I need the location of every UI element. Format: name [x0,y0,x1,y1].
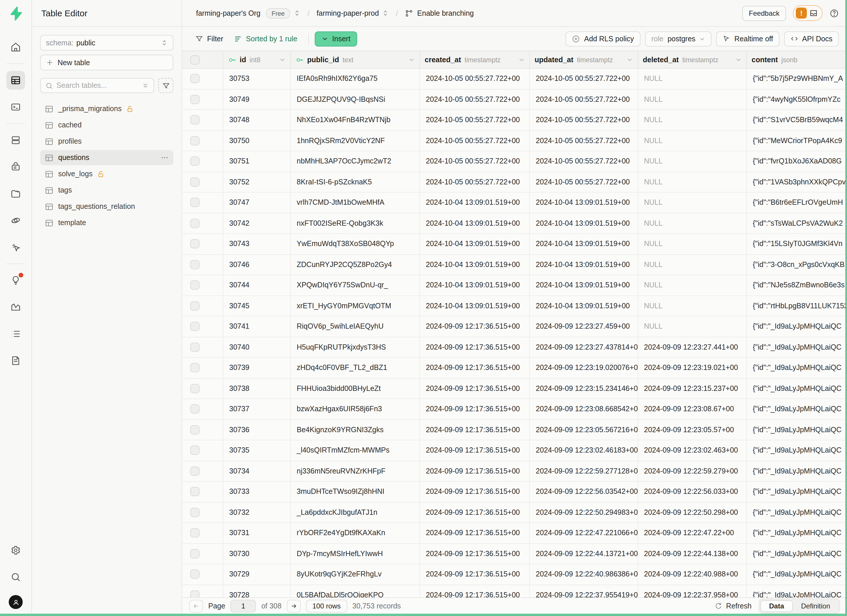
cell-updated-at[interactable]: 2024-09-09 12:23:05.567216+00 [530,420,638,440]
row-checkbox[interactable] [190,570,199,579]
new-table-button[interactable]: New table [40,55,173,71]
cell-content[interactable]: {"id":"_Id9aLyJpMHQLaiQC [747,544,847,564]
row-checkbox[interactable] [190,157,199,166]
supabase-logo-icon[interactable] [8,6,23,21]
cell-public-id[interactable]: xrETI_HyGY0mPMGVqtOTM [291,296,420,317]
nav-sql-editor-icon[interactable] [6,98,25,116]
cell-id[interactable]: 30728 [223,585,291,597]
row-checkbox[interactable] [190,467,199,476]
cell-deleted-at[interactable]: 2024-09-09 12:23:08.67+00 [638,399,747,420]
cell-content[interactable]: {"id":"B6tr6eEFLrOVgeUmH [747,193,847,213]
row-checkbox[interactable] [190,239,199,249]
cell-deleted-at[interactable]: NULL [638,151,747,172]
cell-updated-at[interactable]: 2024-09-09 12:23:08.668542+00 [530,399,638,420]
cell-id[interactable]: 30732 [223,502,291,523]
row-checkbox[interactable] [190,136,199,146]
cell-content[interactable]: {"id":"S1vrVC5BrB59wqcM4 [747,110,847,131]
cell-created-at[interactable]: 2024-09-09 12:17:36.515+00 [420,399,530,420]
cell-created-at[interactable]: 2024-10-05 00:55:27.722+00 [420,131,530,151]
api-docs-button[interactable]: API Docs [784,31,839,46]
page-number-input[interactable]: 1 [230,600,256,612]
cell-created-at[interactable]: 2024-10-04 13:09:01.519+00 [420,234,530,255]
cell-content[interactable]: {"id":"_Id9aLyJpMHQLaiQC [747,399,847,420]
cell-updated-at[interactable]: 2024-09-09 12:22:47.221066+00 [530,523,638,544]
cell-deleted-at[interactable]: NULL [638,69,747,89]
column-header-deleted_at[interactable]: deleted_attimestamptz [638,51,747,68]
cell-id[interactable]: 30745 [223,296,291,317]
row-checkbox[interactable] [190,95,199,104]
cell-public-id[interactable]: H5uqFKpRUTPkjxdysT3HS [291,337,420,358]
cell-created-at[interactable]: 2024-09-09 12:17:36.515+00 [420,440,530,461]
row-checkbox[interactable] [190,322,199,331]
row-checkbox[interactable] [190,425,199,435]
cell-content[interactable]: {"id":"MeWCriorTPopA4Kc9 [747,131,847,151]
cell-content[interactable]: {"id":"_Id9aLyJpMHQLaiQC [747,564,847,585]
cell-public-id[interactable]: DGEJfJZPQUV9Q-IBqsNSi [291,89,420,110]
cell-created-at[interactable]: 2024-09-09 12:17:36.515+00 [420,317,530,337]
cell-deleted-at[interactable]: 2024-09-09 12:22:44.138+00 [638,544,747,564]
enable-branching-button[interactable]: Enable branching [405,9,474,17]
row-checkbox[interactable] [190,590,199,598]
cell-updated-at[interactable]: 2024-10-04 13:09:01.519+00 [530,296,638,317]
cell-public-id[interactable]: nbMhHL3AP7OcCJymc2wT2 [291,151,420,172]
row-checkbox[interactable] [190,177,199,187]
cell-public-id[interactable]: ZDCunRYJP2CQ5Z8Po2Gy4 [291,255,420,275]
cell-public-id[interactable]: rYbORF2e4YgDt9fKAXaKn [291,523,420,544]
nav-logs-icon[interactable] [6,324,25,343]
insert-button[interactable]: Insert [315,31,357,46]
cell-updated-at[interactable]: 2024-09-09 12:23:15.234146+00 [530,379,638,399]
cell-deleted-at[interactable]: 2024-09-09 12:23:02.463+00 [638,440,747,461]
nav-realtime-icon[interactable] [6,238,25,256]
cell-id[interactable]: 30738 [223,379,291,399]
cell-deleted-at[interactable]: NULL [638,255,747,275]
cell-content[interactable]: {"id":"_Id9aLyJpMHQLaiQC [747,502,847,523]
row-checkbox[interactable] [190,198,199,207]
search-icon[interactable] [6,568,25,587]
cell-created-at[interactable]: 2024-09-09 12:17:36.515+00 [420,358,530,379]
cell-updated-at[interactable]: 2024-09-09 12:23:27.459+00 [530,317,638,337]
row-checkbox[interactable] [190,343,199,352]
cell-created-at[interactable]: 2024-09-09 12:17:36.515+00 [420,502,530,523]
cell-id[interactable]: 30733 [223,482,291,502]
cell-created-at[interactable]: 2024-10-04 13:09:01.519+00 [420,213,530,234]
cell-deleted-at[interactable]: 2024-09-09 12:22:40.988+00 [638,564,747,585]
cell-content[interactable]: {"id":"_Id9aLyJpMHQLaiQC [747,440,847,461]
sidebar-table-item-profiles[interactable]: profiles [40,134,173,149]
cell-created-at[interactable]: 2024-10-05 00:55:27.722+00 [420,89,530,110]
cell-public-id[interactable]: 8KraI-tSI-6-pSZcknaK5 [291,172,420,193]
cell-content[interactable]: {"id":"4wyNgK55lOfrpmYZc [747,89,847,110]
cell-content[interactable]: {"id":"_Id9aLyJpMHQLaiQC [747,358,847,379]
cell-public-id[interactable]: vrlh7CMD-JtM1bOweMHfA [291,193,420,213]
cell-id[interactable]: 30737 [223,399,291,420]
column-menu-chevron-icon[interactable] [627,56,633,63]
cell-content[interactable]: {"id":"1VASb3phnXXkQPCpv [747,172,847,193]
cell-updated-at[interactable]: 2024-10-05 00:55:27.722+00 [530,172,638,193]
cell-content[interactable]: {"id":"_Id9aLyJpMHQLaiQC [747,317,847,337]
sidebar-table-item-tags_questions_relation[interactable]: tags_questions_relation [40,199,173,214]
column-menu-chevron-icon[interactable] [409,56,415,63]
cell-public-id[interactable]: zHDq4c0F0VBF_TL2_dBZ1 [291,358,420,379]
row-checkbox[interactable] [190,405,199,414]
row-checkbox[interactable] [190,446,199,455]
notifications-button[interactable]: ! [793,5,823,21]
cell-deleted-at[interactable]: 2024-09-09 12:22:56.033+00 [638,482,747,502]
cell-updated-at[interactable]: 2024-10-04 13:09:01.519+00 [530,275,638,296]
row-checkbox[interactable] [190,363,199,373]
tab-definition[interactable]: Definition [793,600,838,612]
cell-id[interactable]: 30739 [223,358,291,379]
nav-database-icon[interactable] [6,131,25,149]
cell-deleted-at[interactable]: NULL [638,110,747,131]
cell-updated-at[interactable]: 2024-09-09 12:22:37.955419+00 [530,585,638,597]
sidebar-table-item-cached[interactable]: cached [40,118,173,133]
row-checkbox[interactable] [190,487,199,497]
nav-api-docs-icon[interactable] [6,351,25,370]
cell-id[interactable]: 30742 [223,213,291,234]
next-page-button[interactable] [287,600,301,612]
cell-deleted-at[interactable]: NULL [638,131,747,151]
cell-created-at[interactable]: 2024-10-04 13:09:01.519+00 [420,296,530,317]
row-checkbox[interactable] [190,260,199,269]
cell-id[interactable]: 30741 [223,317,291,337]
cell-created-at[interactable]: 2024-09-09 12:17:36.515+00 [420,523,530,544]
cell-content[interactable]: {"id":"sTsWaLCPsVA2WuK2 [747,213,847,234]
org-breadcrumb[interactable]: farming-paper's Org Free [196,8,301,18]
